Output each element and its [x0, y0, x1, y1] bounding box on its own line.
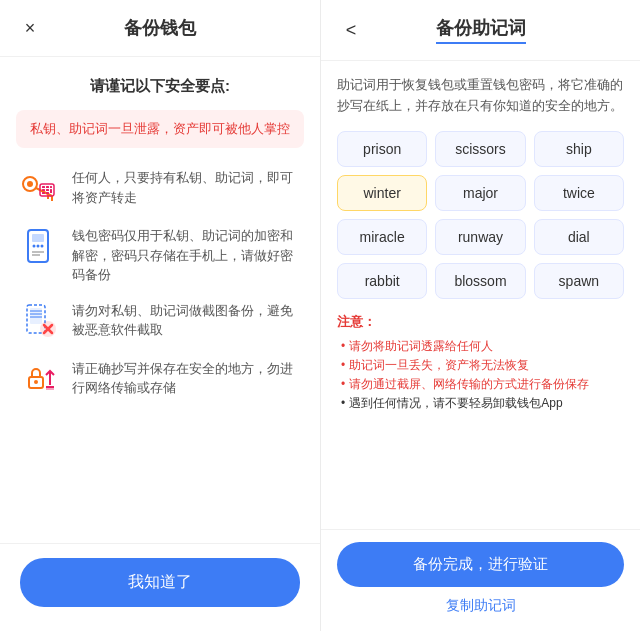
notice-item: 助记词一旦丢失，资产将无法恢复 — [337, 356, 624, 375]
security-item-1: 任何人，只要持有私钥、助记词，即可将资产转走 — [16, 166, 304, 210]
warning-banner: 私钥、助记词一旦泄露，资产即可被他人掌控 — [16, 110, 304, 148]
security-item-3-text: 请勿对私钥、助记词做截图备份，避免被恶意软件截取 — [72, 299, 304, 340]
notice-item: 遇到任何情况，请不要轻易卸载钱包App — [337, 394, 624, 413]
svg-rect-7 — [46, 186, 49, 188]
confirm-button[interactable]: 我知道了 — [20, 558, 300, 607]
security-item-3: 请勿对私钥、助记词做截图备份，避免被恶意软件截取 — [16, 299, 304, 343]
word-chip-major: major — [435, 175, 525, 211]
svg-point-30 — [34, 380, 38, 384]
svg-point-18 — [41, 245, 44, 248]
right-content: 助记词用于恢复钱包或重置钱包密码，将它准确的抄写在纸上，并存放在只有你知道的安全… — [321, 61, 640, 529]
notice-item: 请勿将助记词透露给任何人 — [337, 337, 624, 356]
word-chip-winter: winter — [337, 175, 427, 211]
word-chip-scissors: scissors — [435, 131, 525, 167]
word-grid: prisonscissorsshipwintermajortwicemiracl… — [337, 131, 624, 299]
notice-list: 请勿将助记词透露给任何人助记词一旦丢失，资产将无法恢复请勿通过截屏、网络传输的方… — [337, 337, 624, 414]
svg-rect-6 — [42, 186, 45, 188]
left-title: 备份钱包 — [124, 16, 196, 40]
lock-upload-icon — [16, 357, 60, 401]
verify-button[interactable]: 备份完成，进行验证 — [337, 542, 624, 587]
word-chip-blossom: blossom — [435, 263, 525, 299]
svg-point-1 — [27, 181, 33, 187]
word-chip-dial: dial — [534, 219, 624, 255]
close-button[interactable]: × — [16, 14, 44, 42]
copy-mnemonic-link[interactable]: 复制助记词 — [446, 597, 516, 615]
notice-title: 注意： — [337, 313, 624, 331]
right-footer: 备份完成，进行验证 复制助记词 — [321, 529, 640, 631]
security-item-4: 请正确抄写并保存在安全的地方，勿进行网络传输或存储 — [16, 357, 304, 401]
word-chip-twice: twice — [534, 175, 624, 211]
key-calc-icon — [16, 166, 60, 210]
svg-rect-12 — [42, 192, 45, 194]
svg-rect-15 — [32, 234, 44, 242]
left-panel: × 备份钱包 请谨记以下安全要点: 私钥、助记词一旦泄露，资产即可被他人掌控 — [0, 0, 320, 631]
back-button[interactable]: < — [337, 16, 365, 44]
word-chip-ship: ship — [534, 131, 624, 167]
notice-item: 请勿通过截屏、网络传输的方式进行备份保存 — [337, 375, 624, 394]
security-item-1-text: 任何人，只要持有私钥、助记词，即可将资产转走 — [72, 166, 304, 207]
phone-dots-icon — [16, 224, 60, 268]
notice-section: 注意： 请勿将助记词透露给任何人助记词一旦丢失，资产将无法恢复请勿通过截屏、网络… — [337, 313, 624, 414]
scan-x-icon — [16, 299, 60, 343]
security-item-4-text: 请正确抄写并保存在安全的地方，勿进行网络传输或存储 — [72, 357, 304, 398]
security-item-2-text: 钱包密码仅用于私钥、助记词的加密和解密，密码只存储在手机上，请做好密码备份 — [72, 224, 304, 285]
section-title: 请谨记以下安全要点: — [16, 77, 304, 96]
word-chip-runway: runway — [435, 219, 525, 255]
left-footer: 我知道了 — [0, 543, 320, 631]
svg-point-17 — [37, 245, 40, 248]
svg-rect-22 — [30, 308, 42, 324]
svg-rect-9 — [42, 189, 45, 191]
security-items: 任何人，只要持有私钥、助记词，即可将资产转走 钱包密码仅用于私钥、助记词的加密 — [16, 166, 304, 401]
left-content: 请谨记以下安全要点: 私钥、助记词一旦泄露，资产即可被他人掌控 — [0, 57, 320, 543]
right-panel: < 备份助记词 助记词用于恢复钱包或重置钱包密码，将它准确的抄写在纸上，并存放在… — [320, 0, 640, 631]
svg-rect-8 — [50, 186, 52, 188]
mnemonic-description: 助记词用于恢复钱包或重置钱包密码，将它准确的抄写在纸上，并存放在只有你知道的安全… — [337, 75, 624, 117]
right-header: < 备份助记词 — [321, 0, 640, 61]
security-item-2: 钱包密码仅用于私钥、助记词的加密和解密，密码只存储在手机上，请做好密码备份 — [16, 224, 304, 285]
right-title: 备份助记词 — [436, 16, 526, 44]
word-chip-miracle: miracle — [337, 219, 427, 255]
svg-rect-10 — [46, 189, 49, 191]
svg-point-16 — [33, 245, 36, 248]
word-chip-spawn: spawn — [534, 263, 624, 299]
left-header: × 备份钱包 — [0, 0, 320, 57]
word-chip-rabbit: rabbit — [337, 263, 427, 299]
svg-rect-11 — [50, 189, 52, 193]
svg-rect-13 — [46, 192, 49, 194]
word-chip-prison: prison — [337, 131, 427, 167]
